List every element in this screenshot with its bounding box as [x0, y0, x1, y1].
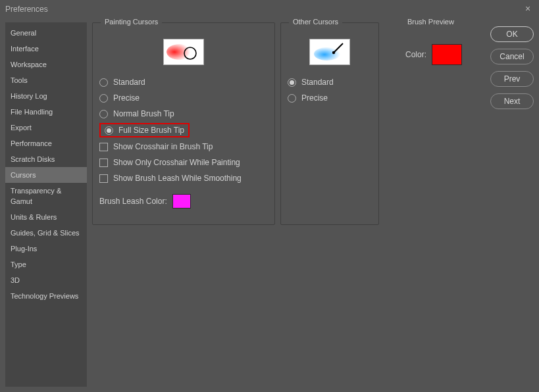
titlebar: Preferences ×	[0, 0, 539, 18]
painting-radio-precise[interactable]: Precise	[99, 90, 268, 106]
sidebar-item-units-rulers[interactable]: Units & Rulers	[5, 209, 87, 225]
svg-point-0	[167, 44, 193, 60]
radio-icon	[288, 78, 296, 87]
painting-check-show-brush-leash-while-smoothing[interactable]: Show Brush Leash While Smoothing	[99, 170, 268, 186]
sidebar-item-technology-previews[interactable]: Technology Previews	[5, 288, 87, 304]
sidebar-item-file-handling[interactable]: File Handling	[5, 104, 87, 120]
checkbox-icon	[99, 174, 108, 183]
panel-painting-cursors: Painting Cursors StandardPreciseNo	[92, 22, 275, 225]
close-icon[interactable]: ×	[522, 3, 534, 14]
painting-radio-standard[interactable]: Standard	[99, 74, 268, 90]
sidebar-item-scratch-disks[interactable]: Scratch Disks	[5, 151, 87, 167]
painting-cursor-preview	[163, 39, 204, 65]
other-radio-standard[interactable]: Standard	[288, 74, 372, 90]
painting-radio-full-size-brush-tip[interactable]: Full Size Brush Tip	[99, 123, 190, 137]
panel-title-preview: Brush Preview	[403, 18, 458, 26]
sidebar-item-tools[interactable]: Tools	[5, 72, 87, 88]
dialog-body: GeneralInterfaceWorkspaceToolsHistory Lo…	[0, 18, 539, 392]
prev-button[interactable]: Prev	[490, 71, 534, 87]
dialog-buttons: OK Cancel Prev Next	[490, 22, 534, 109]
panels: Painting Cursors StandardPreciseNo	[92, 22, 485, 225]
radio-label: Normal Brush Tip	[113, 109, 174, 118]
radio-icon	[99, 94, 108, 103]
radio-label: Standard	[301, 78, 334, 87]
checkbox-label: Show Only Crosshair While Painting	[113, 158, 240, 167]
other-radio-precise[interactable]: Precise	[288, 90, 372, 106]
sidebar-item-interface[interactable]: Interface	[5, 41, 87, 57]
brush-leash-color-row: Brush Leash Color:	[99, 194, 268, 208]
checkbox-icon	[99, 143, 108, 151]
next-button[interactable]: Next	[490, 93, 534, 109]
brush-leash-color-swatch[interactable]	[172, 194, 191, 208]
brush-preview-color-row: Color:	[392, 44, 476, 65]
radio-label: Standard	[113, 78, 145, 87]
other-cursor-preview	[309, 39, 350, 65]
radio-icon	[99, 78, 108, 87]
sidebar-item-cursors[interactable]: Cursors	[5, 167, 87, 183]
radio-label: Precise	[301, 93, 328, 103]
sidebar-item-export[interactable]: Export	[5, 120, 87, 135]
cancel-button[interactable]: Cancel	[490, 49, 534, 64]
sidebar-item-type[interactable]: Type	[5, 257, 87, 272]
radio-label: Full Size Brush Tip	[118, 126, 184, 135]
checkbox-label: Show Crosshair in Brush Tip	[113, 142, 213, 151]
window-title: Preferences	[5, 5, 48, 14]
sidebar-item-3d[interactable]: 3D	[5, 272, 87, 288]
radio-icon	[99, 110, 108, 118]
painting-radio-normal-brush-tip[interactable]: Normal Brush Tip	[99, 106, 268, 122]
sidebar-item-general[interactable]: General	[5, 25, 87, 41]
panel-brush-preview: Brush Preview Color:	[384, 22, 483, 225]
painting-check-show-only-crosshair-while-painting[interactable]: Show Only Crosshair While Painting	[99, 155, 268, 170]
radio-icon	[288, 94, 296, 103]
brush-preview-color-label: Color:	[405, 50, 426, 59]
radio-icon	[105, 126, 113, 135]
panel-other-cursors: Other Cursors Standar	[280, 22, 379, 225]
brush-leash-color-label: Brush Leash Color:	[99, 197, 167, 206]
sidebar-item-history-log[interactable]: History Log	[5, 88, 87, 104]
radio-label: Precise	[113, 93, 140, 103]
sidebar-item-workspace[interactable]: Workspace	[5, 57, 87, 72]
panel-title-other: Other Cursors	[289, 18, 342, 26]
sidebar-item-plug-ins[interactable]: Plug-Ins	[5, 241, 87, 257]
sidebar-item-performance[interactable]: Performance	[5, 135, 87, 151]
sidebar-item-guides-grid-slices[interactable]: Guides, Grid & Slices	[5, 225, 87, 241]
checkbox-label: Show Brush Leash While Smoothing	[113, 174, 242, 183]
painting-check-show-crosshair-in-brush-tip[interactable]: Show Crosshair in Brush Tip	[99, 139, 268, 155]
ok-button[interactable]: OK	[490, 26, 534, 42]
main-area: Painting Cursors StandardPreciseNo	[92, 22, 534, 387]
brush-preview-color-swatch[interactable]	[432, 44, 462, 65]
sidebar-item-transparency-gamut[interactable]: Transparency & Gamut	[5, 183, 87, 209]
svg-point-4	[332, 51, 335, 54]
sidebar: GeneralInterfaceWorkspaceToolsHistory Lo…	[5, 22, 87, 387]
panel-title-painting: Painting Cursors	[101, 18, 162, 26]
checkbox-icon	[99, 159, 108, 167]
